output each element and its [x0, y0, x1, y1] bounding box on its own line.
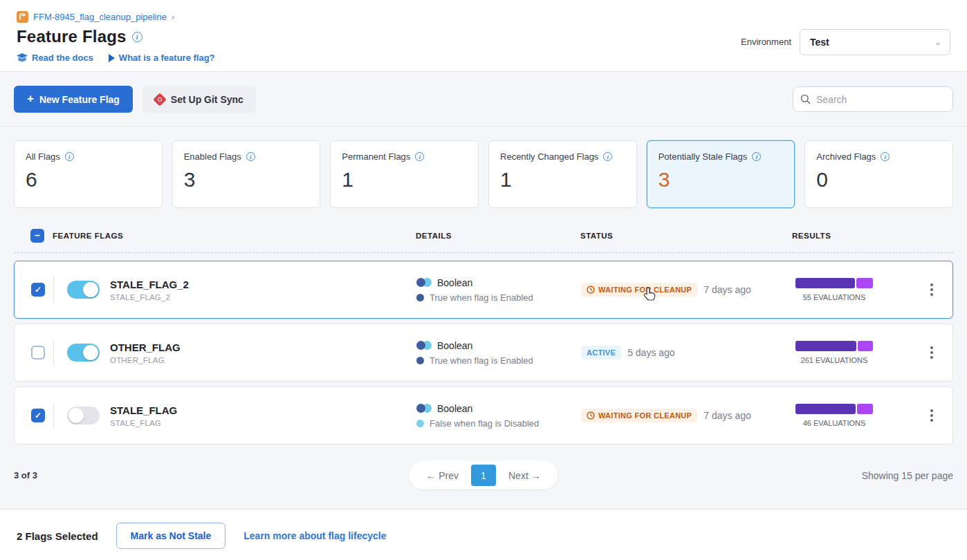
- boolean-type-icon: [416, 278, 432, 287]
- status-badge: WAITING FOR CLEANUP: [581, 409, 697, 422]
- plus-icon: +: [27, 92, 34, 106]
- last-updated: 7 days ago: [703, 410, 751, 421]
- stat-card-label: All Flags: [26, 151, 60, 162]
- flag-row[interactable]: STALE_FLAG STALE_FLAG Boolean False when…: [14, 386, 953, 445]
- flag-name-cell: STALE_FLAG_2 STALE_FLAG_2: [110, 279, 416, 301]
- eval-bar-dark: [795, 404, 856, 414]
- status-label: WAITING FOR CLEANUP: [598, 286, 692, 294]
- stat-card[interactable]: Recently Changed Flags i 1: [488, 140, 637, 208]
- flag-toggle[interactable]: [67, 344, 100, 362]
- flag-rows: STALE_FLAG_2 STALE_FLAG_2 Boolean True w…: [14, 253, 953, 445]
- flag-toggle[interactable]: [67, 407, 100, 424]
- stat-card[interactable]: All Flags i 6: [14, 140, 163, 208]
- environment-select[interactable]: Test ⌄: [800, 29, 950, 55]
- variation-detail: False when flag is Disabled: [430, 418, 539, 429]
- last-updated: 7 days ago: [703, 284, 751, 295]
- docs-icon: [17, 53, 28, 63]
- pagination-pill: ← Prev 1 Next →: [409, 461, 557, 489]
- search-box: [793, 86, 953, 112]
- stat-card-value: 3: [659, 168, 784, 192]
- status-cell: WAITING FOR CLEANUP 7 days ago: [581, 409, 793, 422]
- current-page-button[interactable]: 1: [471, 465, 496, 486]
- row-divider: [53, 339, 54, 366]
- details-cell: Boolean False when flag is Disabled: [416, 403, 581, 429]
- boolean-type-icon: [416, 404, 432, 413]
- flag-identifier: OTHER_FLAG: [110, 356, 416, 364]
- row-checkbox[interactable]: [31, 409, 45, 422]
- table-header: FEATURE FLAGS DETAILS STATUS RESULTS: [14, 209, 953, 253]
- git-sync-button[interactable]: Set Up Git Sync: [142, 86, 256, 113]
- read-docs-link[interactable]: Read the docs: [17, 53, 93, 63]
- status-label: ACTIVE: [587, 348, 616, 357]
- pagination: 3 of 3 ← Prev 1 Next → Showing 15 per pa…: [14, 445, 953, 509]
- flag-name-cell: OTHER_FLAG OTHER_FLAG: [110, 342, 416, 364]
- kebab-menu-icon[interactable]: [926, 279, 937, 300]
- results-cell: 55 EVALUATIONS: [795, 278, 873, 301]
- status-cell: WAITING FOR CLEANUP 7 days ago: [581, 283, 793, 297]
- evaluations-bar: [795, 341, 873, 351]
- stat-card-value: 3: [184, 168, 309, 192]
- results-cell: 261 EVALUATIONS: [795, 341, 873, 364]
- search-input[interactable]: [816, 94, 946, 105]
- row-checkbox[interactable]: [31, 346, 45, 360]
- eval-bar-light: [856, 278, 873, 288]
- row-divider: [53, 402, 54, 429]
- kebab-menu-icon[interactable]: [926, 405, 937, 426]
- chevron-down-icon: ⌄: [934, 37, 941, 47]
- info-icon[interactable]: i: [752, 152, 761, 161]
- info-icon[interactable]: i: [603, 152, 612, 161]
- feature-flags-page: FFM-8945_flag_cleanup_pipeline › Feature…: [0, 0, 967, 560]
- variation-dot: [416, 294, 424, 301]
- stat-card-label: Permanent Flags: [342, 151, 410, 162]
- stat-card-value: 6: [26, 168, 151, 192]
- learn-more-link[interactable]: Learn more about flag lifecycle: [243, 530, 386, 541]
- stat-card[interactable]: Permanent Flags i 1: [330, 140, 479, 208]
- stat-card[interactable]: Potentially Stale Flags i 3: [647, 140, 795, 208]
- status-badge: WAITING FOR CLEANUP: [581, 283, 697, 297]
- next-page-button[interactable]: Next →: [496, 466, 553, 485]
- eval-bar-light: [857, 404, 873, 414]
- column-feature-flags: FEATURE FLAGS: [44, 232, 416, 240]
- info-icon[interactable]: i: [65, 152, 74, 161]
- select-all-checkbox[interactable]: [30, 229, 44, 243]
- stat-card-label: Enabled Flags: [184, 151, 241, 162]
- search-icon: [800, 94, 811, 104]
- environment-picker: Environment Test ⌄: [741, 21, 950, 63]
- eval-bar-dark: [795, 278, 855, 288]
- stat-card-value: 1: [500, 168, 625, 192]
- page-header: FFM-8945_flag_cleanup_pipeline › Feature…: [0, 0, 967, 72]
- row-checkbox[interactable]: [31, 283, 45, 297]
- flag-toggle[interactable]: [67, 281, 100, 299]
- flag-row[interactable]: OTHER_FLAG OTHER_FLAG Boolean True when …: [14, 324, 953, 382]
- clock-icon: [587, 411, 595, 420]
- title-info-icon[interactable]: i: [132, 32, 142, 42]
- last-updated: 5 days ago: [627, 347, 675, 358]
- new-feature-flag-button[interactable]: + New Feature Flag: [14, 86, 133, 113]
- column-results: RESULTS: [792, 232, 910, 240]
- flag-row[interactable]: STALE_FLAG_2 STALE_FLAG_2 Boolean True w…: [14, 261, 953, 319]
- eval-bar-light: [858, 341, 873, 351]
- page-title: Feature Flags: [17, 27, 127, 46]
- mark-not-stale-button[interactable]: Mark as Not Stale: [116, 523, 226, 549]
- evaluations-count: 261 EVALUATIONS: [795, 356, 873, 364]
- info-icon[interactable]: i: [246, 152, 255, 161]
- info-icon[interactable]: i: [881, 152, 890, 161]
- boolean-type-icon: [416, 341, 432, 350]
- stat-card-label: Potentially Stale Flags: [659, 151, 748, 162]
- row-divider: [53, 277, 54, 303]
- what-is-flag-link[interactable]: What is a feature flag?: [109, 53, 215, 63]
- selection-footer: 2 Flags Selected Mark as Not Stale Learn…: [0, 509, 967, 560]
- column-status: STATUS: [580, 232, 792, 240]
- flag-kind: Boolean: [437, 277, 472, 288]
- stat-card[interactable]: Enabled Flags i 3: [172, 140, 321, 208]
- prev-page-button[interactable]: ← Prev: [414, 466, 471, 485]
- info-icon[interactable]: i: [415, 152, 424, 161]
- pagination-count: 3 of 3: [14, 470, 409, 480]
- flag-kind: Boolean: [437, 403, 472, 414]
- play-icon: [109, 54, 115, 62]
- stat-card[interactable]: Archived Flags i 0: [804, 140, 953, 208]
- breadcrumb: FFM-8945_flag_cleanup_pipeline ›: [17, 11, 215, 23]
- variation-dot: [416, 357, 424, 364]
- breadcrumb-project-link[interactable]: FFM-8945_flag_cleanup_pipeline: [33, 12, 167, 22]
- kebab-menu-icon[interactable]: [926, 342, 937, 363]
